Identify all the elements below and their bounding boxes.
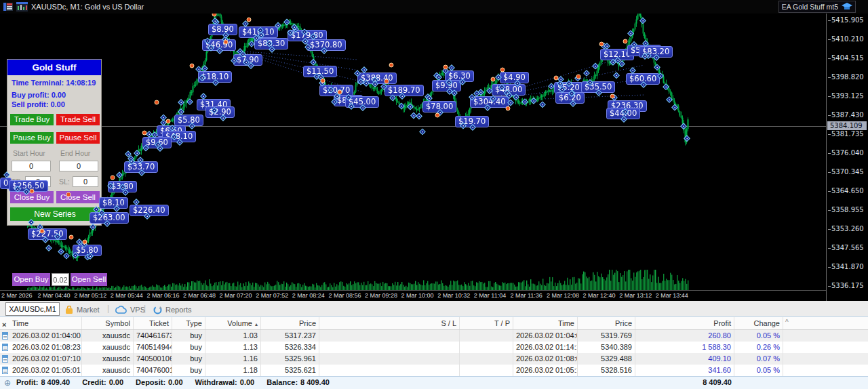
column-header-time2[interactable]: Time — [513, 317, 578, 329]
cell-time2: 2026.03.02 01:04:04 — [513, 330, 578, 342]
price-tick: 5336.175 — [828, 282, 864, 290]
price-label: $2.90 — [205, 106, 235, 118]
table-row[interactable]: 2026.03.02 01:08:23xauusdc740514944buy1.… — [0, 342, 868, 353]
cell-symbol: xauusdc — [82, 365, 134, 376]
tab-reports[interactable]: Reports — [153, 304, 192, 316]
cell-profit: 341.60 — [635, 365, 734, 376]
cell-type: buy — [172, 342, 205, 353]
time-tick: 2 Mar 04:40 — [38, 292, 71, 299]
time-tick: 2 Mar 06:48 — [183, 292, 216, 299]
time-tick: 2 Mar 13:44 — [656, 292, 688, 299]
summary-withdrawal: Withdrawal:0.00 — [195, 378, 258, 386]
tab-vps[interactable]: VPS — [115, 304, 145, 316]
time-tick: 2 Mar 07:52 — [256, 292, 288, 299]
price-tick: 5353.260 — [828, 225, 864, 233]
status-bar: ⊕ Profit:8 409.40Credit:0.00Deposit:0.00… — [0, 376, 868, 389]
price-label: $33.70 — [124, 161, 158, 173]
end-hour-input[interactable] — [59, 161, 98, 171]
sl-input[interactable] — [73, 176, 98, 187]
price-label: $5.80 — [73, 245, 102, 256]
scroll-up-icon[interactable]: ^ — [785, 319, 789, 326]
price-label: $370.80 — [307, 39, 346, 51]
price-label: $189.70 — [384, 85, 424, 96]
price-label: $48.00 — [492, 84, 526, 96]
open-buy-button[interactable]: Open Buy — [12, 273, 50, 286]
price-label: $83.30 — [254, 38, 288, 49]
cell-change: 0.07 % — [734, 353, 783, 365]
chart-area[interactable]: Gold Stuff Time Terminal: 14:08:19 Buy p… — [0, 14, 826, 290]
cell-time: 2026.03.02 01:04:00 — [9, 330, 82, 342]
close-buy-button[interactable]: Close Buy — [10, 191, 54, 203]
gold-stuff-panel: Gold Stuff Time Terminal: 14:08:19 Buy p… — [7, 59, 102, 226]
expand-icon[interactable]: ⊕ — [4, 378, 11, 388]
start-hour-input[interactable] — [12, 161, 51, 171]
price-axis[interactable]: 5415.9055410.2105404.5155398.8205393.125… — [826, 14, 868, 301]
end-hour-label: End Hour — [60, 149, 90, 157]
column-header-price2[interactable]: Price — [578, 317, 635, 329]
trade-buy-button[interactable]: Trade Buy — [10, 114, 54, 125]
sell-profit-label: Sell profit: 0.00 — [12, 100, 65, 108]
price-label: $388.40 — [357, 73, 397, 84]
cell-volume: 1.13 — [205, 342, 261, 353]
lot-size-input[interactable] — [52, 273, 69, 286]
price-tick: 5376.040 — [828, 149, 864, 157]
summary-credit: Credit:0.00 — [82, 378, 126, 386]
tab-chart-active[interactable]: XAUUSDc,M1 — [5, 302, 60, 316]
pause-buy-button[interactable]: Pause Buy — [10, 132, 54, 144]
chart-title: XAUUSDc, M1: Gold vs US Dollar — [31, 3, 144, 11]
cell-sl — [319, 330, 460, 342]
time-axis[interactable]: 2 Mar 20262 Mar 04:402 Mar 05:122 Mar 05… — [0, 290, 826, 301]
time-tick: 2 Mar 08:24 — [292, 292, 325, 299]
new-series-button[interactable]: New Series — [10, 207, 100, 221]
table-row[interactable]: 2026.03.02 01:05:01xauusdc740476001buy1.… — [0, 365, 868, 376]
time-tick: 2 Mar 13:12 — [619, 292, 652, 299]
cell-price2: 5329.488 — [578, 353, 635, 365]
cell-volume: 1.16 — [205, 353, 261, 365]
cell-price: 5326.334 — [261, 342, 319, 353]
order-doc-icon — [2, 355, 8, 363]
column-header-sl[interactable]: S / L — [319, 317, 460, 329]
price-label: $8.10 — [99, 197, 128, 209]
price-tick: 5404.515 — [828, 54, 864, 62]
close-sell-button[interactable]: Close Sell — [56, 191, 100, 203]
price-tick: 5347.565 — [828, 244, 864, 252]
table-row[interactable]: 2026.03.02 01:04:00xauusdc740461673buy1.… — [0, 330, 868, 342]
price-label: $227.50 — [28, 228, 67, 240]
column-header-price[interactable]: Price — [261, 317, 319, 329]
column-header-tp[interactable]: T / P — [460, 317, 513, 329]
account-summary: Profit:8 409.40Credit:0.00Deposit:0.00Wi… — [16, 378, 332, 386]
pause-sell-button[interactable]: Pause Sell — [56, 132, 100, 144]
tab-market[interactable]: Market — [65, 304, 100, 316]
price-label: $226.40 — [130, 205, 169, 216]
profit-column-total: 8 409.40 — [635, 378, 732, 386]
table-header-row: × TimeSymbolTicketTypeVolume▴PriceS / LT… — [0, 317, 868, 330]
price-label: $45.00 — [345, 96, 379, 108]
cell-time: 2026.03.02 01:07:10 — [9, 353, 82, 365]
column-header-profit[interactable]: Profit — [635, 317, 734, 329]
price-label: $5.80 — [174, 115, 203, 126]
trade-sell-button[interactable]: Trade Sell — [56, 114, 100, 125]
title-bar: XAUUSDc, M1: Gold vs US Dollar EA Gold S… — [0, 0, 868, 14]
time-terminal-label: Time Terminal: 14:08:19 — [12, 79, 96, 87]
cell-price2: 5340.389 — [578, 342, 635, 353]
cell-volume: 1.03 — [205, 330, 261, 342]
column-header-symbol[interactable]: Symbol — [82, 317, 134, 329]
tab-separator: | — [107, 304, 109, 313]
table-row[interactable]: 2026.03.02 01:07:10xauusdc740500106buy1.… — [0, 353, 868, 365]
column-header-type[interactable]: Type — [172, 317, 205, 329]
open-sell-button[interactable]: Open Sell — [71, 273, 107, 286]
chart-window-icon — [16, 2, 28, 12]
time-tick: 2 Mar 11:36 — [510, 292, 542, 299]
column-header-ticket[interactable]: Ticket — [134, 317, 172, 329]
column-header-time[interactable]: Time — [9, 317, 82, 329]
graduation-cap-icon — [842, 3, 852, 11]
column-header-volume[interactable]: Volume▴ — [205, 317, 261, 329]
cell-time2: 2026.03.02 01:05:11 — [513, 365, 578, 376]
price-label: $18.10 — [198, 71, 232, 83]
chart-canvas[interactable] — [0, 14, 826, 290]
cell-profit: 409.10 — [635, 353, 734, 365]
price-label: $83.20 — [639, 46, 673, 58]
cell-type: buy — [172, 365, 205, 376]
column-header-change[interactable]: Change — [734, 317, 783, 329]
ea-name-label: EA Gold Stuff mt5 — [782, 3, 838, 11]
